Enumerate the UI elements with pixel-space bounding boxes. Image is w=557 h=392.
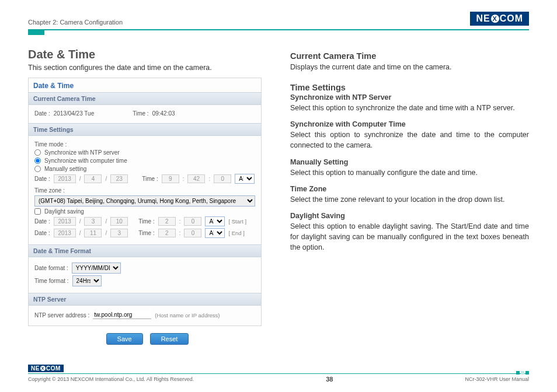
ts-heading: Time Settings bbox=[290, 83, 529, 92]
man-heading: Manually Setting bbox=[290, 158, 529, 166]
comp-desc: Select this option to synchronize the da… bbox=[290, 130, 529, 150]
save-button[interactable]: Save bbox=[106, 333, 143, 345]
manual-time-label: Time : bbox=[142, 176, 158, 182]
ntp-hint: (Host name or IP address) bbox=[155, 312, 220, 318]
time-value: 09:42:03 bbox=[152, 110, 175, 117]
cct-desc: Displays the current date and time on th… bbox=[290, 62, 529, 72]
dls1-year[interactable]: 2013 bbox=[54, 217, 76, 226]
dateformat-select[interactable]: YYYY/MM/DD bbox=[72, 262, 121, 274]
chapter-title: Chapter 2: Camera Configuration bbox=[28, 19, 123, 26]
reset-button[interactable]: Reset bbox=[150, 333, 189, 345]
group-format: Date & Time Format bbox=[29, 244, 261, 257]
footer-rule bbox=[28, 373, 529, 374]
manual-day[interactable]: 23 bbox=[110, 174, 128, 183]
man-desc: Select this option to manually configure… bbox=[290, 167, 529, 178]
manual-date-label: Date : bbox=[34, 176, 50, 182]
date-label: Date : bbox=[34, 110, 50, 117]
dls1-mm[interactable]: 0 bbox=[184, 217, 201, 226]
logo-part: COM bbox=[500, 13, 523, 24]
dateformat-label: Date format : bbox=[34, 265, 68, 271]
dls-time-label2: Time : bbox=[138, 230, 154, 236]
logo-part: NE bbox=[476, 13, 490, 24]
timezone-label: Time zone : bbox=[34, 187, 65, 194]
radio-computer-label: Synchronize with computer time bbox=[44, 158, 127, 164]
manual-year[interactable]: 2013 bbox=[54, 174, 76, 183]
ntp-desc: Select this option to synchronize the da… bbox=[290, 103, 529, 113]
dls2-mm[interactable]: 0 bbox=[184, 229, 201, 237]
time-mode-label: Time mode : bbox=[34, 141, 67, 148]
section-intro: This section configures the date and tim… bbox=[28, 64, 267, 72]
dls-heading: Daylight Saving bbox=[290, 212, 529, 220]
group-current-time: Current Camera Time bbox=[29, 92, 261, 105]
logo-x-icon: X bbox=[491, 15, 499, 23]
radio-manual[interactable] bbox=[34, 166, 41, 172]
daylight-label: Daylight saving bbox=[44, 208, 84, 215]
manual-month[interactable]: 4 bbox=[84, 174, 102, 183]
ntp-heading: Synchronize with NTP Server bbox=[290, 93, 529, 102]
dls1-ampm[interactable]: AM bbox=[205, 216, 225, 226]
header-tab bbox=[28, 29, 44, 35]
header-rule bbox=[28, 29, 529, 30]
dls-time-label: Time : bbox=[138, 218, 154, 225]
tz-desc: Select the time zone relevant to your lo… bbox=[290, 194, 529, 205]
timeformat-label: Time format : bbox=[34, 278, 69, 284]
dls-date-label2: Date : bbox=[34, 230, 50, 236]
panel-title: Date & Time bbox=[29, 78, 261, 92]
dls2-year[interactable]: 2013 bbox=[54, 229, 76, 237]
dls2-month[interactable]: 11 bbox=[84, 229, 102, 237]
manual-ampm[interactable]: AM bbox=[235, 174, 255, 184]
tz-heading: Time Zone bbox=[290, 185, 529, 193]
dls1-day[interactable]: 10 bbox=[110, 217, 128, 226]
dls2-hh[interactable]: 2 bbox=[158, 229, 176, 237]
ntp-address-input[interactable] bbox=[93, 311, 151, 319]
timeformat-select[interactable]: 24Hrs bbox=[72, 275, 102, 286]
group-time-settings: Time Settings bbox=[29, 123, 261, 136]
dls-end-label: [ End ] bbox=[228, 230, 244, 236]
radio-computer[interactable] bbox=[34, 158, 41, 164]
manual-ss[interactable]: 0 bbox=[214, 174, 231, 183]
daylight-checkbox[interactable] bbox=[34, 208, 41, 215]
cct-heading: Current Camera Time bbox=[290, 51, 529, 61]
manual-mm[interactable]: 42 bbox=[187, 174, 205, 183]
dls2-day[interactable]: 3 bbox=[110, 229, 128, 237]
doc-id: NCr-302-VHR User Manual bbox=[465, 376, 529, 382]
dls1-month[interactable]: 3 bbox=[84, 217, 102, 226]
dls1-hh[interactable]: 2 bbox=[158, 217, 176, 226]
config-panel: Date & Time Current Camera Time Date : 2… bbox=[28, 78, 262, 326]
dls2-ampm[interactable]: AM bbox=[205, 228, 225, 238]
comp-heading: Synchronize with Computer Time bbox=[290, 120, 529, 128]
radio-ntp-label: Synchronize with NTP server bbox=[44, 149, 120, 156]
page-number: 38 bbox=[326, 376, 333, 383]
ntp-label: NTP server address : bbox=[34, 312, 89, 318]
timezone-select[interactable]: (GMT+08) Taipei, Beijing, Chongqing, Uru… bbox=[34, 195, 255, 206]
radio-ntp[interactable] bbox=[34, 149, 41, 156]
logo-part: NE bbox=[31, 365, 40, 372]
dls-date-label: Date : bbox=[34, 218, 50, 225]
date-value: 2013/04/23 Tue bbox=[54, 110, 95, 117]
section-heading: Date & Time bbox=[28, 48, 267, 61]
copyright: Copyright © 2013 NEXCOM International Co… bbox=[28, 376, 194, 382]
manual-hh[interactable]: 9 bbox=[162, 174, 179, 183]
logo-x-icon: X bbox=[40, 366, 46, 371]
time-label: Time : bbox=[133, 110, 148, 117]
group-ntp: NTP Server bbox=[29, 293, 261, 306]
dls-start-label: [ Start ] bbox=[228, 218, 246, 225]
dls-desc: Select this option to enable daylight sa… bbox=[290, 221, 529, 253]
brand-logo: NE X COM bbox=[470, 12, 529, 26]
logo-part: COM bbox=[46, 365, 61, 372]
footer-logo: NE X COM bbox=[28, 365, 64, 372]
radio-manual-label: Manually setting bbox=[44, 166, 86, 172]
footer-squares-icon bbox=[516, 371, 529, 374]
